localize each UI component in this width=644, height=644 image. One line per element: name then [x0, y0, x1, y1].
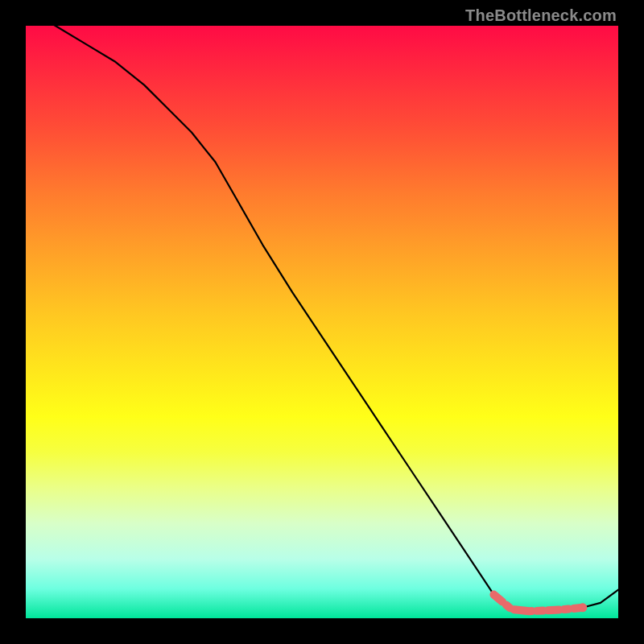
plot-gradient-background: [26, 26, 618, 618]
chart-stage: TheBottleneck.com: [0, 0, 644, 644]
watermark-text: TheBottleneck.com: [465, 6, 617, 25]
